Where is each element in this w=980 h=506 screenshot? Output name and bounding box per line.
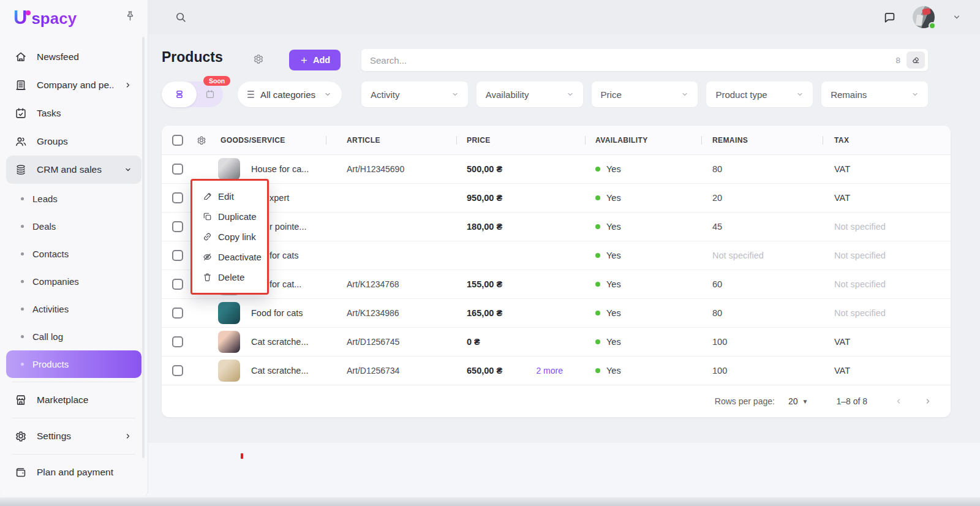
- search-input[interactable]: [370, 55, 895, 66]
- table-row[interactable]: Cat scratche...Art/D1256734650,00 ₴2 mor…: [162, 357, 951, 385]
- page-settings-gear-icon[interactable]: [252, 53, 265, 65]
- context-menu-label: Delete: [218, 272, 244, 282]
- filter-availability[interactable]: Availability: [477, 81, 583, 107]
- sidebar-item-call-log[interactable]: Call log: [6, 323, 141, 350]
- column-header-availability[interactable]: AVAILABILITY: [585, 126, 701, 154]
- product-name[interactable]: House for ca...: [251, 164, 309, 174]
- sidebar-pin-button[interactable]: [124, 10, 137, 23]
- column-header-price[interactable]: PRICE: [456, 126, 585, 154]
- product-name[interactable]: xpert: [270, 193, 289, 203]
- chat-button[interactable]: [883, 10, 897, 25]
- list-view-toggle[interactable]: [162, 81, 197, 107]
- context-menu-duplicate[interactable]: Duplicate: [192, 206, 267, 227]
- filter-remains[interactable]: Remains: [821, 81, 928, 107]
- filter-price[interactable]: Price: [592, 81, 698, 107]
- chev-right-icon: [123, 431, 134, 442]
- brand-name: spacy: [31, 7, 77, 29]
- sidebar-item-contacts[interactable]: Contacts: [6, 240, 141, 268]
- chevron-right-icon: [123, 431, 134, 442]
- previous-page-button[interactable]: [893, 396, 904, 407]
- plus-icon: [300, 56, 309, 65]
- table-row[interactable]: Food for catsArt/K1234986165,00 ₴Yes80No…: [162, 299, 951, 328]
- sidebar-item-settings[interactable]: Settings: [6, 422, 141, 450]
- sidebar-item-company[interactable]: Company and pe...: [6, 71, 141, 99]
- product-name[interactable]: for cats: [270, 251, 299, 260]
- clear-search-button[interactable]: [907, 51, 925, 69]
- select-all-checkbox[interactable]: [172, 135, 183, 146]
- sidebar-item-marketplace[interactable]: Marketplace: [6, 386, 141, 414]
- row-checkbox[interactable]: [172, 336, 183, 347]
- sidebar-item-tasks[interactable]: Tasks: [6, 99, 141, 127]
- calendar-view-toggle[interactable]: [197, 88, 223, 100]
- sidebar-item-newsfeed[interactable]: Newsfeed: [6, 43, 141, 71]
- context-menu-copy-link[interactable]: Copy link: [192, 227, 267, 247]
- remains-value: 60: [712, 279, 722, 289]
- bullet-icon: [21, 252, 24, 255]
- column-header-article[interactable]: ARTICLE: [326, 126, 456, 154]
- product-name[interactable]: for cat...: [270, 279, 301, 289]
- sidebar-item-companies[interactable]: Companies: [6, 268, 141, 295]
- pagination-range: 1–8 of 8: [836, 396, 867, 406]
- context-menu-delete[interactable]: Delete: [192, 267, 267, 287]
- chevron-down-icon: [679, 89, 690, 100]
- sidebar-crm-subnav: LeadsDealsContactsCompaniesActivitiesCal…: [0, 184, 148, 378]
- availability-dot: [595, 368, 600, 373]
- table-row[interactable]: r pointe...180,00 ₴Yes45Not specified: [162, 213, 951, 241]
- row-checkbox[interactable]: [172, 250, 183, 261]
- product-name[interactable]: Food for cats: [251, 308, 303, 318]
- sidebar-item-crm[interactable]: CRM and sales: [6, 156, 141, 184]
- account-menu-chevron[interactable]: [951, 11, 963, 23]
- sidebar-item-leads[interactable]: Leads: [6, 185, 141, 213]
- product-name[interactable]: r pointe...: [270, 222, 306, 232]
- sidebar-item-deals[interactable]: Deals: [6, 213, 141, 240]
- sidebar-item-groups[interactable]: Groups: [6, 127, 141, 156]
- row-checkbox[interactable]: [172, 279, 183, 290]
- availability-dot: [595, 339, 600, 344]
- sidebar-item-label: Marketplace: [37, 395, 134, 406]
- column-header-tax[interactable]: TAX: [823, 126, 951, 154]
- context-menu-edit[interactable]: Edit: [192, 186, 267, 206]
- availability-value: Yes: [606, 279, 621, 289]
- column-label: GOODS/SERVICE: [221, 136, 285, 145]
- row-checkbox[interactable]: [172, 192, 183, 203]
- table-row[interactable]: Cat scratche...Art/D12567450 ₴Yes100VAT: [162, 328, 951, 357]
- row-checkbox[interactable]: [172, 308, 183, 319]
- sidebar-item-plan[interactable]: Plan and payment: [6, 458, 141, 486]
- column-label: TAX: [834, 136, 849, 145]
- table-row[interactable]: for catsYesNot specifiedNot specified: [162, 241, 951, 270]
- global-search-button[interactable]: [174, 10, 187, 24]
- row-checkbox[interactable]: [172, 365, 183, 376]
- table-settings-gear-icon[interactable]: [196, 135, 207, 146]
- table-row[interactable]: xpert950,00 ₴Yes20VAT: [162, 184, 951, 213]
- user-avatar[interactable]: [913, 6, 935, 28]
- trash-icon: [202, 272, 213, 282]
- product-name[interactable]: Cat scratche...: [251, 366, 308, 376]
- sidebar-item-products[interactable]: Products: [6, 350, 141, 378]
- calsmall-icon: [204, 88, 216, 100]
- product-name[interactable]: Cat scratche...: [251, 337, 308, 347]
- online-status-dot: [929, 22, 936, 29]
- rows-per-page-select[interactable]: 20 ▼: [788, 396, 808, 406]
- sidebar-item-activities[interactable]: Activities: [6, 295, 141, 323]
- column-header-goods[interactable]: GOODS/SERVICE: [196, 126, 326, 154]
- filter-activity[interactable]: Activity: [361, 81, 468, 107]
- next-page-button[interactable]: [922, 396, 933, 407]
- categories-dropdown[interactable]: All categories: [238, 81, 342, 107]
- column-header-remains[interactable]: REMAINS: [701, 126, 823, 154]
- sidebar-scrollbar[interactable]: [142, 37, 145, 458]
- table-row[interactable]: House for ca...Art/H12345690500,00 ₴Yes8…: [162, 155, 951, 184]
- row-checkbox[interactable]: [172, 164, 183, 175]
- sidebar-item-label: Plan and payment: [37, 467, 134, 478]
- chevron-down-icon: [450, 89, 461, 100]
- calendar-icon: [14, 107, 28, 120]
- context-menu-deactivate[interactable]: Deactivate: [192, 247, 267, 267]
- filter-product-type[interactable]: Product type: [706, 81, 813, 107]
- row-checkbox[interactable]: [172, 221, 183, 232]
- column-label: ARTICLE: [347, 136, 380, 145]
- soon-badge: Soon: [203, 76, 230, 86]
- table-row[interactable]: for cat...Art/K1234768155,00 ₴Yes60Not s…: [162, 270, 951, 299]
- listview-icon: [173, 88, 186, 101]
- more-prices-link[interactable]: 2 more: [536, 366, 563, 376]
- product-thumbnail: [218, 331, 240, 353]
- add-product-button[interactable]: Add: [289, 50, 341, 70]
